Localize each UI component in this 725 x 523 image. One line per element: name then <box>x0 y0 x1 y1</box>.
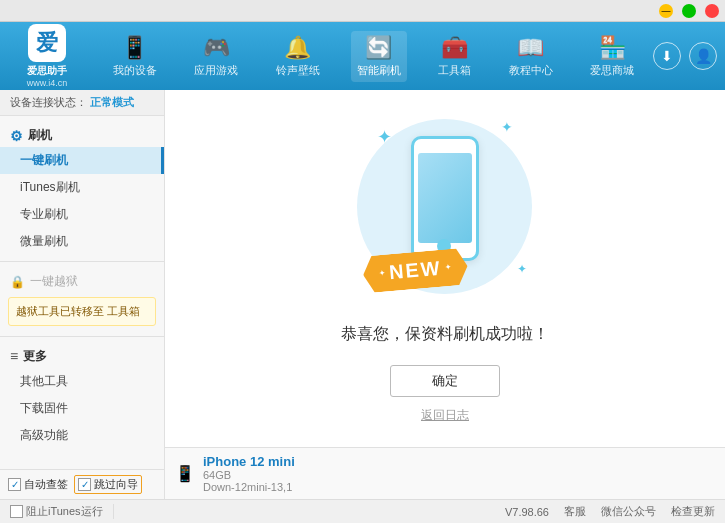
check-update-link[interactable]: 检查更新 <box>671 504 715 519</box>
sidebar: 设备连接状态： 正常模式 ⚙ 刷机 一键刷机 iTunes刷机 <box>0 90 165 499</box>
bottom-checkboxes: ✓ 自动查签 ✓ 跳过向导 <box>0 469 164 499</box>
sidebar-item-itunes-flash[interactable]: iTunes刷机 <box>0 174 164 201</box>
download-icon: ⬇ <box>661 48 673 64</box>
confirm-button[interactable]: 确定 <box>390 365 500 397</box>
title-bar: — <box>0 0 725 22</box>
more-section-title: ≡ 更多 <box>0 343 164 368</box>
logo-name: 爱思助手 <box>27 64 67 78</box>
more-section: ≡ 更多 其他工具 下载固件 高级功能 <box>0 337 164 455</box>
status-label: 设备连接状态： <box>10 96 87 108</box>
sidebar-item-advanced[interactable]: 高级功能 <box>0 422 164 449</box>
content-area: ✦ ✦ ✦ ✦ NEW ✦ 恭喜您，保资料刷机成功啦！ <box>165 90 725 499</box>
minimize-button[interactable]: — <box>659 4 673 18</box>
close-button[interactable] <box>705 4 719 18</box>
maximize-button[interactable] <box>682 4 696 18</box>
nav-label-ringtones: 铃声壁纸 <box>276 63 320 78</box>
header: 爱 爱思助手 www.i4.cn 📱 我的设备 🎮 应用游戏 🔔 铃声壁纸 🔄 … <box>0 22 725 90</box>
ringtones-icon: 🔔 <box>284 35 311 61</box>
nav-label-toolbox: 工具箱 <box>438 63 471 78</box>
toolbox-icon: 🧰 <box>441 35 468 61</box>
logo-url: www.i4.cn <box>27 78 68 88</box>
sparkle-right: ✦ <box>517 262 527 276</box>
flash-icon: ⚙ <box>10 128 23 144</box>
prevent-itunes-checkbox[interactable] <box>10 505 23 518</box>
flash-section: ⚙ 刷机 一键刷机 iTunes刷机 专业刷机 微量刷机 <box>0 116 164 261</box>
nav-label-apps-games: 应用游戏 <box>194 63 238 78</box>
jailbreak-warning: 越狱工具已转移至 工具箱 <box>8 297 156 326</box>
nav-label-think-store: 爱思商城 <box>590 63 634 78</box>
nav-item-smart-flash[interactable]: 🔄 智能刷机 <box>351 31 407 82</box>
more-icon: ≡ <box>10 348 18 364</box>
nav-item-apps-games[interactable]: 🎮 应用游戏 <box>188 31 244 82</box>
auto-complete-checkbox[interactable]: ✓ 自动查签 <box>8 477 68 492</box>
logo[interactable]: 爱 爱思助手 www.i4.cn <box>8 24 86 88</box>
skip-wizard-label: 跳过向导 <box>94 477 138 492</box>
phone-body <box>411 136 479 261</box>
jailbreak-section-title: 🔒 一键越狱 <box>0 268 164 293</box>
nav-item-toolbox[interactable]: 🧰 工具箱 <box>432 31 477 82</box>
skip-wizard-check-box: ✓ <box>78 478 91 491</box>
auto-complete-check-box: ✓ <box>8 478 21 491</box>
sidebar-item-other-tools[interactable]: 其他工具 <box>0 368 164 395</box>
service-link[interactable]: 客服 <box>564 504 586 519</box>
nav-label-my-device: 我的设备 <box>113 63 157 78</box>
return-link[interactable]: 返回日志 <box>421 407 469 424</box>
user-icon: 👤 <box>695 48 712 64</box>
my-device-icon: 📱 <box>121 35 148 61</box>
apps-games-icon: 🎮 <box>203 35 230 61</box>
sidebar-item-one-key-flash[interactable]: 一键刷机 <box>0 147 164 174</box>
tutorial-icon: 📖 <box>517 35 544 61</box>
sidebar-item-pro-flash[interactable]: 专业刷机 <box>0 201 164 228</box>
nav-bar: 📱 我的设备 🎮 应用游戏 🔔 铃声壁纸 🔄 智能刷机 🧰 工具箱 📖 <box>94 31 653 82</box>
prevent-itunes-label: 阻止iTunes运行 <box>26 504 103 519</box>
skip-wizard-checkbox[interactable]: ✓ 跳过向导 <box>74 475 142 494</box>
nav-item-ringtones[interactable]: 🔔 铃声壁纸 <box>270 31 326 82</box>
new-text: NEW <box>388 256 442 284</box>
auto-complete-label: 自动查签 <box>24 477 68 492</box>
nav-label-smart-flash: 智能刷机 <box>357 63 401 78</box>
prevent-itunes-area: 阻止iTunes运行 <box>10 504 114 519</box>
logo-icon: 爱 <box>36 28 58 58</box>
user-button[interactable]: 👤 <box>689 42 717 70</box>
status-bar: 设备连接状态： 正常模式 <box>0 90 164 116</box>
version-text: V7.98.66 <box>505 506 549 518</box>
think-store-icon: 🏪 <box>599 35 626 61</box>
device-icon: 📱 <box>175 464 195 483</box>
jailbreak-section: 🔒 一键越狱 越狱工具已转移至 工具箱 <box>0 262 164 336</box>
phone-screen <box>418 153 472 243</box>
nav-label-tutorial: 教程中心 <box>509 63 553 78</box>
main-area: 设备连接状态： 正常模式 ⚙ 刷机 一键刷机 iTunes刷机 <box>0 90 725 499</box>
nav-item-think-store[interactable]: 🏪 爱思商城 <box>584 31 640 82</box>
wechat-link[interactable]: 微信公众号 <box>601 504 656 519</box>
status-value: 正常模式 <box>90 96 134 108</box>
status-bottom-bar: 阻止iTunes运行 V7.98.66 客服 微信公众号 检查更新 <box>0 499 725 523</box>
success-illustration: ✦ ✦ ✦ ✦ NEW ✦ <box>345 114 545 314</box>
device-name: iPhone 12 mini <box>203 454 295 469</box>
download-button[interactable]: ⬇ <box>653 42 681 70</box>
sidebar-item-micro-flash[interactable]: 微量刷机 <box>0 228 164 255</box>
header-right: ⬇ 👤 <box>653 42 717 70</box>
device-details: iPhone 12 mini 64GB Down-12mini-13,1 <box>203 454 295 493</box>
smart-flash-icon: 🔄 <box>365 35 392 61</box>
nav-item-tutorial[interactable]: 📖 教程中心 <box>503 31 559 82</box>
device-info-bar: 📱 iPhone 12 mini 64GB Down-12mini-13,1 <box>165 447 725 499</box>
device-storage: 64GB <box>203 469 295 481</box>
sparkle-left: ✦ <box>377 126 392 148</box>
nav-item-my-device[interactable]: 📱 我的设备 <box>107 31 163 82</box>
success-message: 恭喜您，保资料刷机成功啦！ <box>341 324 549 345</box>
success-panel: ✦ ✦ ✦ ✦ NEW ✦ 恭喜您，保资料刷机成功啦！ <box>165 90 725 447</box>
new-star-right: ✦ <box>444 262 452 272</box>
new-star-left: ✦ <box>379 268 387 278</box>
lock-icon: 🔒 <box>10 275 25 289</box>
device-model: Down-12mini-13,1 <box>203 481 295 493</box>
sparkle-top-right: ✦ <box>501 119 513 135</box>
sidebar-item-download-firmware[interactable]: 下载固件 <box>0 395 164 422</box>
flash-section-title: ⚙ 刷机 <box>0 122 164 147</box>
